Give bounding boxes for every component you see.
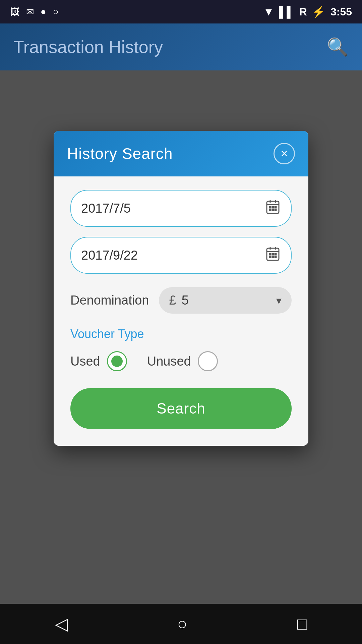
used-radio-inner	[111, 356, 123, 367]
svg-rect-18	[272, 256, 274, 258]
start-date-field[interactable]: 2017/7/5	[70, 190, 292, 227]
denomination-value: 5	[182, 293, 271, 308]
email-icon: ✉	[26, 6, 34, 17]
radio-group: Used Unused	[70, 351, 292, 371]
unused-radio-outer[interactable]	[198, 351, 218, 371]
status-bar: 🖼 ✉ ● ○ ▼ ▌▌ R ⚡ 3:55	[0, 0, 362, 23]
end-date-calendar-icon[interactable]	[265, 246, 281, 265]
end-date-value: 2017/9/22	[81, 248, 138, 263]
svg-rect-6	[275, 207, 276, 208]
svg-rect-15	[272, 254, 274, 255]
denomination-label: Denomination	[70, 293, 149, 308]
modal-header: History Search ×	[54, 131, 308, 176]
voucher-type-section: Voucher Type	[70, 324, 292, 341]
clock: 3:55	[330, 6, 352, 18]
svg-rect-4	[269, 207, 271, 208]
signal-icon: ▌▌	[279, 6, 294, 18]
svg-rect-8	[272, 209, 274, 211]
battery-icon: ⚡	[312, 5, 325, 18]
used-radio-outer[interactable]	[107, 351, 127, 371]
circle-icon-1: ●	[41, 6, 46, 17]
image-icon: 🖼	[10, 6, 19, 17]
history-search-modal: History Search × 2017/7/5	[54, 131, 308, 446]
circle-icon-2: ○	[53, 6, 59, 17]
denomination-row: Denomination £ 5 ▾	[70, 287, 292, 314]
radio-option-unused[interactable]: Unused	[147, 351, 218, 371]
used-label: Used	[70, 354, 100, 369]
back-button[interactable]: ◁	[55, 614, 68, 634]
svg-rect-5	[272, 207, 274, 208]
app-header: Transaction History 🔍	[0, 23, 362, 70]
modal-body: 2017/7/5 2017/9/22	[54, 176, 308, 446]
status-bar-right: ▼ ▌▌ R ⚡ 3:55	[263, 5, 352, 18]
svg-rect-14	[269, 254, 271, 255]
close-button[interactable]: ×	[274, 143, 295, 164]
voucher-type-label: Voucher Type	[70, 327, 292, 341]
bottom-nav: ◁ ○ □	[0, 604, 362, 644]
recents-button[interactable]: □	[297, 614, 307, 634]
modal-title: History Search	[67, 145, 173, 163]
chevron-down-icon: ▾	[276, 294, 282, 307]
svg-rect-17	[269, 256, 271, 258]
svg-rect-16	[275, 254, 276, 255]
search-button[interactable]: Search	[70, 388, 292, 429]
start-date-value: 2017/7/5	[81, 201, 131, 216]
page-title: Transaction History	[13, 37, 163, 57]
wifi-icon: ▼	[263, 6, 274, 18]
radio-option-used[interactable]: Used	[70, 351, 127, 371]
search-icon[interactable]: 🔍	[327, 37, 349, 57]
home-button[interactable]: ○	[177, 614, 187, 634]
close-icon: ×	[281, 147, 288, 161]
unused-label: Unused	[147, 354, 191, 369]
status-bar-left: 🖼 ✉ ● ○	[10, 6, 59, 17]
svg-rect-9	[275, 209, 276, 211]
svg-rect-19	[275, 256, 276, 258]
svg-rect-7	[269, 209, 271, 211]
r-badge: R	[299, 6, 307, 18]
denomination-select[interactable]: £ 5 ▾	[159, 287, 292, 314]
end-date-field[interactable]: 2017/9/22	[70, 237, 292, 274]
currency-symbol: £	[169, 293, 176, 308]
start-date-calendar-icon[interactable]	[265, 199, 281, 218]
